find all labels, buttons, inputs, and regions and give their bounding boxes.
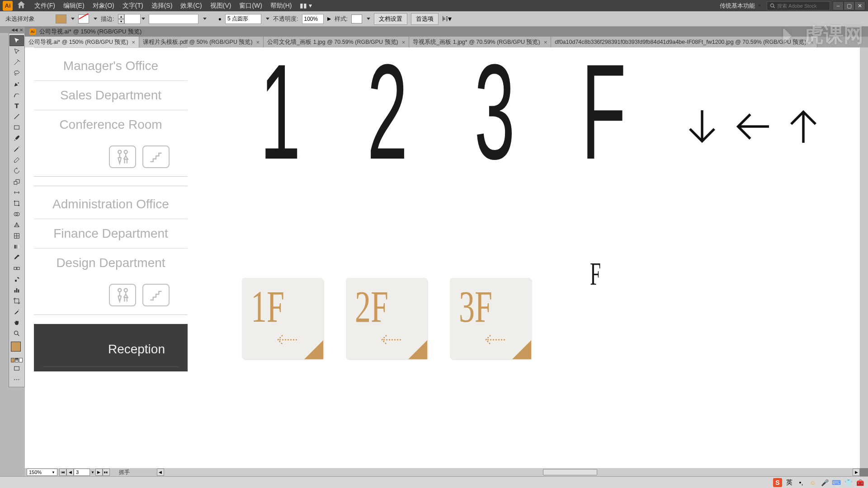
symbol-sprayer-tool[interactable] <box>9 274 24 285</box>
stroke-weight-input[interactable] <box>124 14 141 24</box>
mesh-tool[interactable] <box>9 230 24 241</box>
menu-object[interactable]: 对象(O) <box>89 0 118 11</box>
menu-type[interactable]: 文字(T) <box>119 0 147 11</box>
preferences-button[interactable]: 首选项 <box>411 13 439 25</box>
menu-select[interactable]: 选择(S) <box>148 0 176 11</box>
menu-view[interactable]: 视图(V) <box>207 0 235 11</box>
close-icon[interactable]: × <box>256 39 260 46</box>
zoom-tool[interactable] <box>9 328 24 339</box>
chevron-down-icon[interactable] <box>142 18 145 20</box>
eraser-tool[interactable] <box>9 155 24 165</box>
pencil-tool[interactable] <box>9 144 24 155</box>
menu-help[interactable]: 帮助(H) <box>267 0 295 11</box>
width-tool[interactable] <box>9 187 24 198</box>
lasso-tool[interactable] <box>9 68 24 79</box>
eyedropper-tool[interactable] <box>9 252 24 263</box>
paintbrush-tool[interactable] <box>9 133 24 144</box>
gradient-tool[interactable] <box>9 241 24 252</box>
style-swatch[interactable] <box>351 14 362 23</box>
perspective-tool[interactable] <box>9 220 24 230</box>
column-graph-tool[interactable] <box>9 285 24 296</box>
fill-color[interactable] <box>11 342 21 352</box>
menu-extra[interactable]: ▮▮ ▾ <box>296 0 316 11</box>
stroke-swatch[interactable] <box>78 14 89 23</box>
last-artboard-button[interactable]: ⏭ <box>103 469 110 476</box>
chevron-down-icon[interactable] <box>203 18 207 20</box>
maximize-button[interactable]: ▢ <box>844 1 854 10</box>
home-icon[interactable] <box>16 0 26 12</box>
menu-edit[interactable]: 编辑(E) <box>60 0 88 11</box>
workspace-select[interactable]: 传统基本功能 <box>717 1 764 11</box>
menu-window[interactable]: 窗口(W) <box>236 0 266 11</box>
ime-emoji-icon[interactable]: ☺ <box>808 478 817 487</box>
ime-lang-indicator[interactable]: 英 <box>785 478 794 487</box>
free-transform-tool[interactable] <box>9 198 24 209</box>
artboard-number-input[interactable] <box>74 469 90 476</box>
first-artboard-button[interactable]: ⏮ <box>59 469 66 476</box>
pen-tool[interactable] <box>9 79 24 89</box>
close-icon[interactable]: × <box>544 39 547 46</box>
doc-setup-button[interactable]: 文档设置 <box>374 13 407 25</box>
menu-file[interactable]: 文件(F) <box>31 0 59 11</box>
doc-tab-1[interactable]: 课程片头模板.pdf @ 50% (RGB/GPU 预览)× <box>139 37 264 47</box>
vertical-scrollbar[interactable] <box>860 47 868 468</box>
hand-tool[interactable] <box>9 317 24 328</box>
edit-toolbar[interactable]: ··· <box>9 374 24 385</box>
doc-tab-3[interactable]: 导视系统_画板 1.jpg* @ 70.59% (RGB/GPU 预览)× <box>409 37 551 47</box>
close-icon[interactable]: × <box>402 39 406 46</box>
blend-tool[interactable] <box>9 263 24 274</box>
ime-skin-icon[interactable]: 👕 <box>844 478 853 487</box>
shape-builder-tool[interactable] <box>9 209 24 220</box>
doc-tab-2[interactable]: 公司文化墙_画板 1.jpg @ 70.59% (RGB/GPU 预览)× <box>264 37 409 47</box>
prev-artboard-button[interactable]: ◀ <box>66 469 74 476</box>
fill-swatch[interactable] <box>56 14 66 23</box>
screen-mode[interactable] <box>9 363 24 374</box>
hscroll-thumb[interactable] <box>543 469 597 475</box>
chevron-down-icon[interactable] <box>71 18 75 20</box>
ime-voice-icon[interactable]: 🎤 <box>820 478 829 487</box>
line-tool[interactable] <box>9 111 24 122</box>
doc-tab-0[interactable]: 公司导视.ai* @ 150% (RGB/GPU 预览)× <box>25 37 139 47</box>
chevron-down-icon[interactable] <box>94 18 97 20</box>
brush-select[interactable] <box>225 14 261 24</box>
opacity-arrow-icon[interactable]: ▶ <box>327 16 331 22</box>
zoom-select[interactable]: 150%▼ <box>27 469 57 476</box>
chevron-down-icon[interactable] <box>367 18 370 20</box>
close-button[interactable]: ✕ <box>854 1 865 10</box>
scroll-right-button[interactable]: ▶ <box>853 469 860 476</box>
none-mode[interactable] <box>19 358 23 362</box>
stroke-profile-select[interactable] <box>149 14 198 24</box>
close-icon[interactable]: × <box>810 39 814 46</box>
doc-tab-4[interactable]: df0a10d74c8b336f298391f0b393fd9fb84d41d9… <box>551 37 817 47</box>
artboard-tool[interactable] <box>9 296 24 306</box>
curvature-tool[interactable] <box>9 89 24 100</box>
ime-toolbox-icon[interactable]: 🧰 <box>855 478 864 487</box>
minimize-button[interactable]: – <box>833 1 844 10</box>
canvas[interactable]: Manager's Office Sales Department Confer… <box>25 47 860 468</box>
next-artboard-button[interactable]: ▶ <box>95 469 103 476</box>
direct-selection-tool[interactable] <box>9 46 24 57</box>
search-input[interactable] <box>777 3 822 9</box>
selection-tool[interactable] <box>9 35 24 46</box>
sogou-ime-icon[interactable]: S <box>773 478 782 487</box>
magic-wand-tool[interactable] <box>9 57 24 68</box>
opacity-input[interactable] <box>302 14 324 24</box>
slice-tool[interactable] <box>9 306 24 317</box>
type-tool[interactable] <box>9 100 24 111</box>
hscroll-track[interactable] <box>164 469 853 476</box>
scale-tool[interactable] <box>9 176 24 187</box>
close-icon[interactable]: × <box>132 39 136 46</box>
ime-keyboard-icon[interactable]: ⌨ <box>832 478 841 487</box>
ime-punct-icon[interactable]: •, <box>797 478 806 487</box>
search-stock[interactable] <box>767 1 830 10</box>
rotate-tool[interactable] <box>9 165 24 176</box>
rectangle-tool[interactable] <box>9 122 24 133</box>
stroke-weight-stepper[interactable]: ▴▾ <box>118 14 145 24</box>
toolbox-tab[interactable]: ◀◀✕ <box>0 27 25 33</box>
chevron-down-icon[interactable] <box>266 18 269 20</box>
color-mode[interactable] <box>11 358 14 362</box>
scroll-left-button[interactable]: ◀ <box>157 469 164 476</box>
align-panel-icon[interactable]: ⊧⁞▾ <box>442 14 452 23</box>
gradient-mode[interactable] <box>15 358 19 362</box>
menu-effect[interactable]: 效果(C) <box>177 0 205 11</box>
